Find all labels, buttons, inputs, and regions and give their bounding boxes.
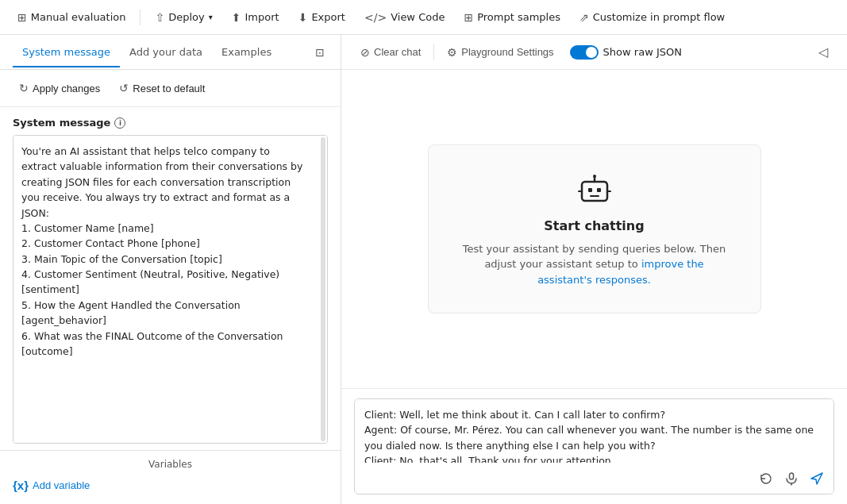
raw-json-toggle[interactable] bbox=[570, 45, 599, 60]
improve-link[interactable]: improve the assistant's responses. bbox=[537, 258, 704, 286]
svg-rect-8 bbox=[790, 473, 794, 479]
collapse-panel-button[interactable]: ⊡ bbox=[312, 43, 328, 62]
start-chat-card: Start chatting Test your assistant by se… bbox=[428, 144, 761, 314]
plus-icon: {x} bbox=[13, 479, 29, 492]
toggle-knob bbox=[586, 47, 597, 58]
main-layout: System message Add your data Examples ⊡ … bbox=[0, 35, 847, 504]
nav-label: Prompt samples bbox=[477, 11, 560, 23]
chat-input-area: Client: Well, let me think about it. Can… bbox=[341, 388, 847, 504]
svg-point-5 bbox=[593, 175, 596, 178]
chat-toolbar: ⊘ Clear chat ⚙ Playground Settings Show … bbox=[341, 35, 847, 70]
variables-header: Variables bbox=[13, 459, 328, 470]
apply-changes-button[interactable]: ↻ Apply changes bbox=[13, 78, 106, 98]
deploy-icon: ⇧ bbox=[155, 11, 164, 24]
nav-manual-eval[interactable]: ⊞ Manual evaluation bbox=[10, 6, 133, 29]
nav-deploy[interactable]: ⇧ Deploy ▾ bbox=[147, 6, 220, 29]
export-icon: ⬇ bbox=[298, 11, 308, 24]
nav-view-code[interactable]: </> View Code bbox=[356, 6, 452, 29]
clear-chat-button[interactable]: ⊘ Clear chat bbox=[354, 42, 427, 63]
reset-icon: ↺ bbox=[119, 82, 129, 94]
tab-examples[interactable]: Examples bbox=[212, 38, 281, 67]
nav-label: Manual evaluation bbox=[31, 11, 126, 23]
send-button[interactable] bbox=[807, 468, 827, 489]
code-icon: </> bbox=[364, 11, 387, 24]
start-chat-title: Start chatting bbox=[460, 218, 729, 233]
system-message-textarea-wrapper: You're an AI assistant that helps telco … bbox=[13, 135, 328, 444]
add-variable-label: Add variable bbox=[33, 479, 90, 491]
nav-label: Import bbox=[245, 11, 279, 23]
apply-label: Apply changes bbox=[33, 83, 100, 94]
chat-input-box: Client: Well, let me think about it. Can… bbox=[354, 398, 834, 494]
chat-input-toolbar bbox=[355, 465, 834, 494]
system-message-section: System message i You're an AI assistant … bbox=[0, 107, 341, 450]
right-panel: ⊘ Clear chat ⚙ Playground Settings Show … bbox=[341, 35, 847, 504]
nav-label: Deploy bbox=[168, 11, 205, 23]
toolbar-divider bbox=[433, 44, 434, 60]
clear-chat-label: Clear chat bbox=[374, 46, 421, 58]
reset-label: Reset to default bbox=[133, 83, 205, 94]
nav-divider bbox=[140, 10, 141, 25]
chat-input-textarea[interactable]: Client: Well, let me think about it. Can… bbox=[355, 399, 834, 463]
tab-system-message[interactable]: System message bbox=[13, 38, 120, 67]
clear-icon: ⊘ bbox=[360, 46, 370, 59]
tab-add-data[interactable]: Add your data bbox=[120, 38, 212, 67]
svg-rect-1 bbox=[588, 188, 592, 192]
svg-rect-2 bbox=[597, 188, 601, 192]
nav-label: Export bbox=[311, 11, 345, 23]
chevron-down-icon: ▾ bbox=[209, 13, 213, 21]
flow-icon: ⇗ bbox=[579, 11, 589, 24]
start-chat-description: Test your assistant by sending queries b… bbox=[460, 241, 729, 288]
add-variable-button[interactable]: {x} Add variable bbox=[13, 475, 90, 496]
nav-customize[interactable]: ⇗ Customize in prompt flow bbox=[572, 6, 733, 29]
audio-button[interactable]: ◁ bbox=[812, 40, 834, 63]
speaker-icon: ◁ bbox=[818, 44, 828, 60]
tabs-bar: System message Add your data Examples ⊡ bbox=[0, 35, 341, 70]
grid2-icon: ⊞ bbox=[464, 11, 473, 24]
sync-icon: ↻ bbox=[19, 82, 29, 94]
section-label: System message i bbox=[13, 117, 328, 129]
left-toolbar: ↻ Apply changes ↺ Reset to default bbox=[0, 70, 341, 107]
nav-label: Customize in prompt flow bbox=[593, 11, 726, 23]
textarea-scrollbar[interactable] bbox=[321, 137, 325, 441]
left-panel: System message Add your data Examples ⊡ … bbox=[0, 35, 341, 504]
import-icon: ⬆ bbox=[232, 11, 241, 24]
raw-json-toggle-wrapper: Show raw JSON bbox=[564, 41, 688, 63]
toggle-label: Show raw JSON bbox=[603, 46, 682, 58]
system-message-textarea[interactable]: You're an AI assistant that helps telco … bbox=[13, 136, 327, 443]
playground-settings-label: Playground Settings bbox=[461, 46, 553, 58]
reset-default-button[interactable]: ↺ Reset to default bbox=[113, 78, 211, 98]
grid-icon: ⊞ bbox=[17, 11, 27, 24]
refresh-button[interactable] bbox=[756, 468, 776, 489]
section-title: System message bbox=[13, 117, 110, 129]
settings-icon: ⚙ bbox=[447, 46, 457, 59]
svg-rect-0 bbox=[582, 182, 607, 201]
playground-settings-button[interactable]: ⚙ Playground Settings bbox=[441, 42, 560, 63]
microphone-button[interactable] bbox=[781, 468, 802, 489]
chat-area: Start chatting Test your assistant by se… bbox=[341, 70, 847, 388]
bot-icon bbox=[576, 171, 614, 209]
nav-export[interactable]: ⬇ Export bbox=[291, 6, 353, 29]
nav-label: View Code bbox=[391, 11, 445, 23]
nav-prompt-samples[interactable]: ⊞ Prompt samples bbox=[456, 6, 568, 29]
top-nav: ⊞ Manual evaluation ⇧ Deploy ▾ ⬆ Import … bbox=[0, 0, 847, 35]
info-icon[interactable]: i bbox=[114, 117, 125, 129]
variables-section: Variables {x} Add variable bbox=[0, 450, 341, 504]
nav-import[interactable]: ⬆ Import bbox=[224, 6, 287, 29]
